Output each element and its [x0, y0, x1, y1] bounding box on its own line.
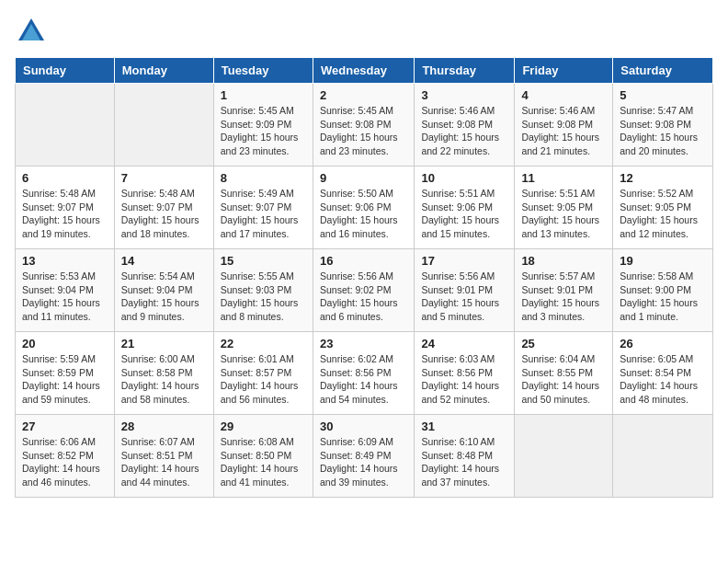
- header-monday: Monday: [114, 58, 213, 84]
- header-wednesday: Wednesday: [313, 58, 414, 84]
- day-cell: 20Sunrise: 5:59 AM Sunset: 8:59 PM Dayli…: [16, 332, 115, 415]
- day-cell: 4Sunrise: 5:46 AM Sunset: 9:08 PM Daylig…: [515, 84, 613, 167]
- day-cell: 21Sunrise: 6:00 AM Sunset: 8:58 PM Dayli…: [114, 332, 213, 415]
- day-number: 31: [421, 419, 507, 433]
- day-number: 9: [320, 171, 407, 185]
- day-cell: 24Sunrise: 6:03 AM Sunset: 8:56 PM Dayli…: [415, 332, 515, 415]
- day-info: Sunrise: 5:59 AM Sunset: 8:59 PM Dayligh…: [22, 352, 108, 407]
- day-cell: 12Sunrise: 5:52 AM Sunset: 9:05 PM Dayli…: [613, 167, 713, 249]
- logo-icon: [15, 15, 48, 48]
- logo: [15, 15, 51, 48]
- day-cell: 9Sunrise: 5:50 AM Sunset: 9:06 PM Daylig…: [313, 167, 414, 249]
- header-row: SundayMondayTuesdayWednesdayThursdayFrid…: [16, 58, 713, 84]
- day-cell: 15Sunrise: 5:55 AM Sunset: 9:03 PM Dayli…: [213, 249, 313, 332]
- day-info: Sunrise: 5:53 AM Sunset: 9:04 PM Dayligh…: [22, 270, 108, 324]
- day-number: 30: [320, 419, 407, 433]
- day-cell: 22Sunrise: 6:01 AM Sunset: 8:57 PM Dayli…: [213, 332, 313, 415]
- day-number: 16: [320, 254, 407, 268]
- day-number: 4: [521, 88, 606, 102]
- day-number: 25: [521, 337, 606, 350]
- day-info: Sunrise: 5:46 AM Sunset: 9:08 PM Dayligh…: [521, 104, 606, 158]
- day-info: Sunrise: 6:08 AM Sunset: 8:50 PM Dayligh…: [221, 435, 306, 489]
- day-cell: 11Sunrise: 5:51 AM Sunset: 9:05 PM Dayli…: [515, 167, 613, 249]
- day-info: Sunrise: 5:58 AM Sunset: 9:00 PM Dayligh…: [620, 270, 706, 324]
- day-cell: 26Sunrise: 6:05 AM Sunset: 8:54 PM Dayli…: [613, 332, 713, 415]
- day-cell: [16, 84, 115, 167]
- header-sunday: Sunday: [16, 58, 115, 84]
- week-row-3: 13Sunrise: 5:53 AM Sunset: 9:04 PM Dayli…: [16, 249, 713, 332]
- day-cell: 28Sunrise: 6:07 AM Sunset: 8:51 PM Dayli…: [114, 415, 213, 498]
- day-cell: 2Sunrise: 5:45 AM Sunset: 9:08 PM Daylig…: [313, 84, 414, 167]
- day-info: Sunrise: 6:07 AM Sunset: 8:51 PM Dayligh…: [121, 435, 207, 489]
- day-cell: 30Sunrise: 6:09 AM Sunset: 8:49 PM Dayli…: [313, 415, 414, 498]
- week-row-1: 1Sunrise: 5:45 AM Sunset: 9:09 PM Daylig…: [16, 84, 713, 167]
- day-cell: 5Sunrise: 5:47 AM Sunset: 9:08 PM Daylig…: [613, 84, 713, 167]
- day-number: 28: [121, 419, 207, 433]
- calendar-table: SundayMondayTuesdayWednesdayThursdayFrid…: [15, 57, 713, 498]
- header-thursday: Thursday: [415, 58, 515, 84]
- day-cell: 1Sunrise: 5:45 AM Sunset: 9:09 PM Daylig…: [213, 84, 313, 167]
- day-number: 17: [421, 254, 507, 268]
- day-number: 12: [620, 171, 706, 185]
- day-number: 29: [221, 419, 306, 433]
- day-number: 10: [421, 171, 507, 185]
- week-row-5: 27Sunrise: 6:06 AM Sunset: 8:52 PM Dayli…: [16, 415, 713, 498]
- day-cell: 8Sunrise: 5:49 AM Sunset: 9:07 PM Daylig…: [213, 167, 313, 249]
- day-info: Sunrise: 6:06 AM Sunset: 8:52 PM Dayligh…: [22, 435, 108, 489]
- day-cell: 17Sunrise: 5:56 AM Sunset: 9:01 PM Dayli…: [415, 249, 515, 332]
- day-number: 23: [320, 337, 407, 350]
- day-number: 26: [620, 337, 706, 350]
- header-saturday: Saturday: [613, 58, 713, 84]
- day-number: 15: [221, 254, 306, 268]
- day-cell: 29Sunrise: 6:08 AM Sunset: 8:50 PM Dayli…: [213, 415, 313, 498]
- day-info: Sunrise: 5:50 AM Sunset: 9:06 PM Dayligh…: [320, 187, 407, 241]
- day-info: Sunrise: 5:52 AM Sunset: 9:05 PM Dayligh…: [620, 187, 706, 241]
- day-info: Sunrise: 6:00 AM Sunset: 8:58 PM Dayligh…: [121, 352, 207, 407]
- day-info: Sunrise: 6:02 AM Sunset: 8:56 PM Dayligh…: [320, 352, 407, 407]
- day-info: Sunrise: 6:05 AM Sunset: 8:54 PM Dayligh…: [620, 352, 706, 407]
- day-info: Sunrise: 6:01 AM Sunset: 8:57 PM Dayligh…: [221, 352, 306, 407]
- header-friday: Friday: [515, 58, 613, 84]
- day-cell: 18Sunrise: 5:57 AM Sunset: 9:01 PM Dayli…: [515, 249, 613, 332]
- day-number: 6: [22, 171, 108, 185]
- day-number: 8: [221, 171, 306, 185]
- day-info: Sunrise: 5:47 AM Sunset: 9:08 PM Dayligh…: [620, 104, 706, 158]
- day-info: Sunrise: 5:54 AM Sunset: 9:04 PM Dayligh…: [121, 270, 207, 324]
- day-number: 14: [121, 254, 207, 268]
- day-number: 22: [221, 337, 306, 350]
- day-number: 7: [121, 171, 207, 185]
- day-number: 1: [221, 88, 306, 102]
- week-row-4: 20Sunrise: 5:59 AM Sunset: 8:59 PM Dayli…: [16, 332, 713, 415]
- day-info: Sunrise: 5:45 AM Sunset: 9:08 PM Dayligh…: [320, 104, 407, 158]
- day-number: 21: [121, 337, 207, 350]
- day-cell: 3Sunrise: 5:46 AM Sunset: 9:08 PM Daylig…: [415, 84, 515, 167]
- day-cell: [613, 415, 713, 498]
- day-info: Sunrise: 6:10 AM Sunset: 8:48 PM Dayligh…: [421, 435, 507, 489]
- day-info: Sunrise: 5:56 AM Sunset: 9:02 PM Dayligh…: [320, 270, 407, 324]
- day-cell: 16Sunrise: 5:56 AM Sunset: 9:02 PM Dayli…: [313, 249, 414, 332]
- day-info: Sunrise: 5:48 AM Sunset: 9:07 PM Dayligh…: [121, 187, 207, 241]
- day-number: 27: [22, 419, 108, 433]
- day-info: Sunrise: 5:49 AM Sunset: 9:07 PM Dayligh…: [221, 187, 306, 241]
- day-number: 3: [421, 88, 507, 102]
- day-number: 2: [320, 88, 407, 102]
- day-info: Sunrise: 5:48 AM Sunset: 9:07 PM Dayligh…: [22, 187, 108, 241]
- day-info: Sunrise: 5:57 AM Sunset: 9:01 PM Dayligh…: [521, 270, 606, 324]
- day-cell: 6Sunrise: 5:48 AM Sunset: 9:07 PM Daylig…: [16, 167, 115, 249]
- day-info: Sunrise: 5:55 AM Sunset: 9:03 PM Dayligh…: [221, 270, 306, 324]
- day-info: Sunrise: 5:56 AM Sunset: 9:01 PM Dayligh…: [421, 270, 507, 324]
- day-info: Sunrise: 5:51 AM Sunset: 9:05 PM Dayligh…: [521, 187, 606, 241]
- day-cell: 14Sunrise: 5:54 AM Sunset: 9:04 PM Dayli…: [114, 249, 213, 332]
- day-cell: 23Sunrise: 6:02 AM Sunset: 8:56 PM Dayli…: [313, 332, 414, 415]
- day-info: Sunrise: 6:04 AM Sunset: 8:55 PM Dayligh…: [521, 352, 606, 407]
- header-tuesday: Tuesday: [213, 58, 313, 84]
- day-number: 11: [521, 171, 606, 185]
- day-cell: 25Sunrise: 6:04 AM Sunset: 8:55 PM Dayli…: [515, 332, 613, 415]
- day-number: 24: [421, 337, 507, 350]
- day-number: 13: [22, 254, 108, 268]
- day-info: Sunrise: 5:46 AM Sunset: 9:08 PM Dayligh…: [421, 104, 507, 158]
- day-info: Sunrise: 5:45 AM Sunset: 9:09 PM Dayligh…: [221, 104, 306, 158]
- day-cell: [114, 84, 213, 167]
- day-number: 19: [620, 254, 706, 268]
- day-cell: [515, 415, 613, 498]
